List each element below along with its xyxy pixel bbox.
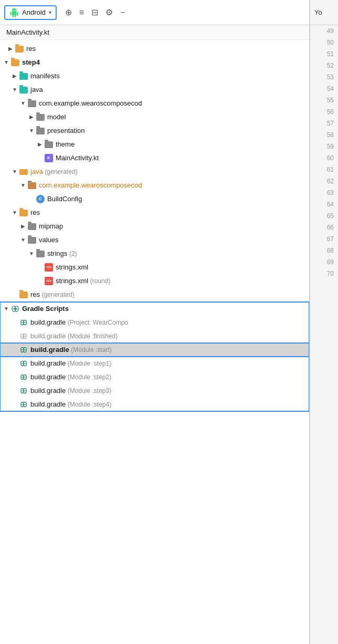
tree-item-mipmap[interactable]: ▶ mipmap bbox=[0, 220, 309, 233]
folder-icon bbox=[19, 290, 28, 299]
line-60: 60 bbox=[310, 152, 338, 164]
settings-icon[interactable]: ⚙ bbox=[105, 7, 113, 17]
item-label: build.gradle (Project: WearCompo bbox=[30, 317, 128, 328]
tree-item-presentation[interactable]: ▼ presentation bbox=[0, 124, 309, 138]
folder-icon bbox=[10, 58, 20, 67]
tree-item-build-gradle-step4[interactable]: build.gradle (Module :step4) bbox=[0, 398, 309, 411]
toggle-icon[interactable]: ▶ bbox=[27, 113, 36, 121]
svg-point-8 bbox=[22, 322, 23, 323]
toggle-icon[interactable]: ▶ bbox=[6, 45, 15, 53]
folder-icon bbox=[27, 99, 37, 108]
gradle-icon bbox=[19, 372, 28, 382]
collapse-icon[interactable]: ⊟ bbox=[91, 7, 98, 17]
line-68: 68 bbox=[310, 245, 338, 256]
main-panel: Android ▾ ⊕ ≡ ⊟ ⚙ − MainActivity.kt ▶ re… bbox=[0, 0, 310, 644]
tree-item-build-gradle-step3[interactable]: build.gradle (Module :step3) bbox=[0, 384, 309, 398]
folder-icon bbox=[19, 85, 28, 95]
item-label: Gradle Scripts bbox=[22, 303, 69, 315]
line-53: 53 bbox=[310, 71, 338, 83]
minimize-icon[interactable]: − bbox=[120, 8, 125, 17]
tree-item-strings-xml[interactable]: </> strings.xml bbox=[0, 261, 309, 274]
kt-file-icon: K bbox=[44, 153, 54, 163]
toggle-icon[interactable]: ▶ bbox=[36, 140, 44, 149]
align-icon[interactable]: ≡ bbox=[79, 8, 84, 17]
target-icon[interactable]: ⊕ bbox=[65, 7, 72, 17]
item-label: manifests bbox=[30, 70, 60, 82]
android-icon bbox=[9, 8, 19, 17]
folder-icon bbox=[27, 235, 37, 245]
toggle-icon[interactable]: ▶ bbox=[10, 72, 19, 80]
tree-item-java[interactable]: ▼ java bbox=[0, 83, 309, 97]
item-label: java (generated) bbox=[30, 166, 78, 178]
tree-item-strings[interactable]: ▼ strings (2) bbox=[0, 247, 309, 261]
line-65: 65 bbox=[310, 210, 338, 222]
item-label: presentation bbox=[47, 125, 85, 137]
line-55: 55 bbox=[310, 95, 338, 106]
gradle-icon bbox=[19, 331, 28, 341]
toggle-icon[interactable]: ▼ bbox=[27, 250, 36, 258]
toggle-icon[interactable]: ▼ bbox=[19, 236, 27, 244]
toggle-icon[interactable]: ▼ bbox=[19, 99, 27, 108]
tree-item-res-generated[interactable]: res (generated) bbox=[0, 288, 309, 302]
svg-point-4 bbox=[13, 308, 15, 310]
item-label: build.gradle (Module :start) bbox=[30, 344, 112, 356]
file-header: MainActivity.kt bbox=[0, 25, 309, 40]
line-54: 54 bbox=[310, 83, 338, 95]
line-64: 64 bbox=[310, 199, 338, 210]
item-label: values bbox=[39, 234, 59, 246]
svg-point-5 bbox=[16, 308, 17, 310]
item-label: com.example.wearoscomposecod bbox=[39, 180, 142, 191]
toggle-icon[interactable]: ▼ bbox=[10, 209, 19, 217]
toggle-icon[interactable]: ▼ bbox=[27, 127, 36, 135]
tree-item-mainactivity[interactable]: K MainActivity.kt bbox=[0, 151, 309, 165]
tree-item-com-generated[interactable]: ▼ com.example.wearoscomposecod bbox=[0, 179, 309, 192]
tree-item-res2[interactable]: ▼ res bbox=[0, 206, 309, 220]
folder-icon bbox=[15, 44, 24, 54]
tree-item-model[interactable]: ▶ model bbox=[0, 110, 309, 124]
item-label: java bbox=[30, 84, 43, 96]
xml-icon: </> bbox=[44, 263, 54, 272]
item-label: theme bbox=[56, 139, 75, 150]
toggle-icon[interactable]: ▼ bbox=[10, 168, 19, 176]
line-51: 51 bbox=[310, 48, 338, 60]
tree-item-build-gradle-step1[interactable]: build.gradle (Module :step1) bbox=[0, 357, 309, 370]
tree-item-theme[interactable]: ▶ theme bbox=[0, 138, 309, 151]
toggle-icon[interactable]: ▼ bbox=[2, 58, 10, 67]
tree-item-build-gradle-project[interactable]: build.gradle (Project: WearCompo bbox=[0, 316, 309, 329]
file-title: MainActivity.kt bbox=[6, 28, 49, 36]
toggle-icon[interactable]: ▼ bbox=[19, 181, 27, 190]
tree-item-res[interactable]: ▶ res bbox=[0, 42, 309, 56]
tree-item-buildconfig[interactable]: C BuildConfig bbox=[0, 192, 309, 206]
tree-item-build-gradle-step2[interactable]: build.gradle (Module :step2) bbox=[0, 370, 309, 384]
toggle-icon[interactable]: ▼ bbox=[2, 305, 10, 313]
svg-point-13 bbox=[25, 336, 26, 337]
item-label: res bbox=[26, 43, 36, 55]
android-selector[interactable]: Android ▾ bbox=[4, 5, 57, 20]
gradle-icon bbox=[19, 400, 28, 409]
item-label: strings.xml (round) bbox=[56, 275, 110, 287]
tree-item-manifests[interactable]: ▶ manifests bbox=[0, 69, 309, 83]
gradle-icon bbox=[19, 359, 28, 368]
line-58: 58 bbox=[310, 129, 338, 141]
tree-item-build-gradle-finished[interactable]: build.gradle (Module :finished) bbox=[0, 329, 309, 343]
tree-item-gradle-scripts[interactable]: ▼ Gradle Scripts bbox=[0, 302, 309, 316]
tree-item-com-package[interactable]: ▼ com.example.wearoscomposecod bbox=[0, 97, 309, 110]
toolbar-icons: ⊕ ≡ ⊟ ⚙ − bbox=[65, 7, 125, 17]
line-62: 62 bbox=[310, 175, 338, 187]
tree-item-build-gradle-start[interactable]: build.gradle (Module :start) bbox=[0, 343, 309, 357]
tree-item-values[interactable]: ▼ values bbox=[0, 233, 309, 247]
line-61: 61 bbox=[310, 164, 338, 175]
line-70: 70 bbox=[310, 268, 338, 279]
yo-header: Yo bbox=[310, 0, 338, 25]
svg-point-16 bbox=[22, 349, 23, 350]
item-label: BuildConfig bbox=[47, 193, 82, 205]
toggle-icon[interactable]: ▶ bbox=[19, 222, 27, 231]
line-50: 50 bbox=[310, 37, 338, 48]
item-label: build.gradle (Module :step2) bbox=[30, 371, 111, 383]
tree-container[interactable]: ▶ res ▼ step4 ▶ manifests bbox=[0, 40, 309, 644]
toggle-icon[interactable]: ▼ bbox=[10, 86, 19, 94]
svg-point-20 bbox=[22, 363, 23, 364]
tree-item-step4[interactable]: ▼ step4 bbox=[0, 56, 309, 69]
tree-item-strings-xml-round[interactable]: </> strings.xml (round) bbox=[0, 274, 309, 288]
tree-item-java-generated[interactable]: ▼ java (generated) bbox=[0, 165, 309, 179]
